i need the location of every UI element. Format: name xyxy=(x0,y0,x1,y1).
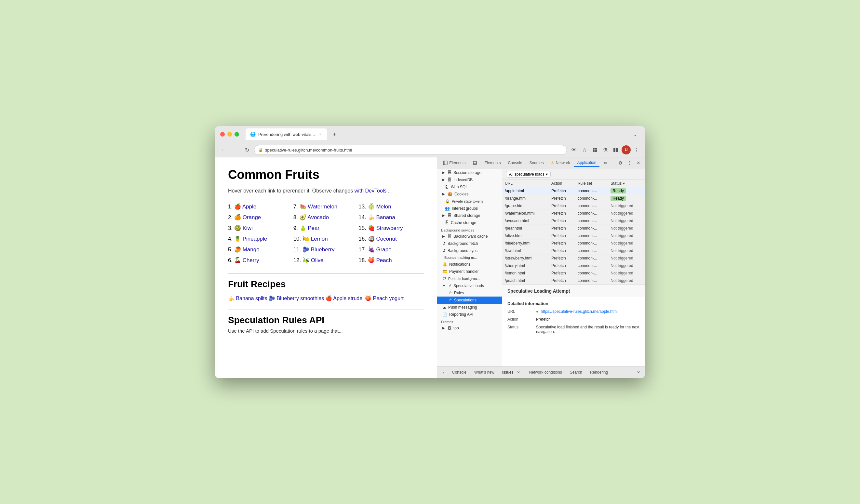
address-bar[interactable]: 🔒 speculative-rules.glitch.me/common-fru… xyxy=(254,145,567,155)
table-row[interactable]: /avocado.html Prefetch common-... Not tr… xyxy=(502,217,645,225)
fullscreen-traffic-light[interactable] xyxy=(234,132,239,136)
recipe-link-1[interactable]: 🫐 Blueberry smoothies xyxy=(269,296,324,301)
sidebar-item-speculative-loads-group[interactable]: ▼ ↱ Speculative loads xyxy=(437,282,502,289)
fruit-link-blueberry[interactable]: Blueberry xyxy=(311,246,335,253)
tab-elements-text[interactable]: Elements xyxy=(481,159,504,167)
bottom-tab-search[interactable]: Search xyxy=(567,369,586,376)
table-row[interactable]: /strawberry.html Prefetch common-... Not… xyxy=(502,254,645,262)
fruit-link-kiwi[interactable]: Kiwi xyxy=(243,225,253,231)
fruit-link-coconut[interactable]: Coconut xyxy=(376,236,397,242)
sidebar-item-websql[interactable]: 🗄 Web SQL xyxy=(437,183,502,190)
fruit-link-strawberry[interactable]: Strawberry xyxy=(376,225,403,231)
extensions-icon[interactable] xyxy=(590,145,600,155)
sidebar-item-reporting-api[interactable]: 📄 Reporting API xyxy=(437,311,502,318)
fruit-list-item: 16. 🥥 Coconut xyxy=(358,233,424,244)
issues-close-icon[interactable]: ✕ xyxy=(516,370,521,375)
bottom-tab-rendering[interactable]: Rendering xyxy=(587,369,611,376)
sidebar-item-session-storage[interactable]: ▶ 🗄 Session storage xyxy=(437,169,502,176)
tab-close-button[interactable]: × xyxy=(317,132,322,137)
table-row[interactable]: /peach.html Prefetch common-... Not trig… xyxy=(502,277,645,284)
sidebar-item-cache-storage[interactable]: 🗄 Cache storage xyxy=(437,219,502,226)
user-avatar[interactable]: U xyxy=(621,145,631,155)
fruit-link-olive[interactable]: Olive xyxy=(311,257,324,263)
sidebar-item-notifications[interactable]: 🔔 Notifications xyxy=(437,261,502,268)
bottom-tab-issues[interactable]: Issues ✕ xyxy=(499,369,525,376)
table-row[interactable]: /olive.html Prefetch common-... Not trig… xyxy=(502,232,645,239)
table-row[interactable]: /orange.html Prefetch common-... Ready xyxy=(502,195,645,202)
tab-expand-icon[interactable]: ⌄ xyxy=(631,130,640,139)
devtools-settings-icon[interactable]: ⚙ xyxy=(616,159,624,167)
cell-action: Prefetch xyxy=(549,225,575,232)
sidebar-item-periodic-bg[interactable]: ⏱ Periodic backgrou... xyxy=(437,275,502,282)
active-tab[interactable]: 🌐 Prerendering with web-vitals... × xyxy=(246,128,327,140)
tab-elements[interactable]: Elements xyxy=(440,159,469,167)
tab-device-mode[interactable] xyxy=(469,159,481,167)
sidebar-item-private-state[interactable]: 🔒 Private state tokens xyxy=(437,198,502,205)
devtools-link[interactable]: with DevTools xyxy=(355,188,387,193)
tab-sources[interactable]: Sources xyxy=(526,159,547,167)
table-row[interactable]: /apple.html Prefetch common-... Ready xyxy=(502,187,645,195)
bottom-tab-whats-new[interactable]: What's new xyxy=(471,369,498,376)
fruit-link-grape[interactable]: Grape xyxy=(376,246,391,253)
sidebar-item-bounce-tracking[interactable]: Bounce tracking m... xyxy=(437,254,502,261)
flask-icon[interactable]: ⚗ xyxy=(601,145,610,155)
sidebar-item-speculations[interactable]: ↱ Speculations xyxy=(437,297,502,304)
menu-icon[interactable]: ⋮ xyxy=(632,145,641,155)
tab-application[interactable]: Application xyxy=(574,159,600,167)
refresh-button[interactable]: ↻ xyxy=(242,145,252,155)
table-row[interactable]: /grape.html Prefetch common-... Not trig… xyxy=(502,202,645,210)
sidebar-item-interest-groups[interactable]: 👥 Interest groups xyxy=(437,205,502,212)
fruit-link-melon[interactable]: Melon xyxy=(376,204,391,210)
fruit-link-mango[interactable]: Mango xyxy=(243,246,260,253)
table-row[interactable]: /watermelon.html Prefetch common-... Not… xyxy=(502,210,645,217)
sidebar-item-bg-sync[interactable]: ↺ Background sync xyxy=(437,247,502,254)
fruit-link-pineapple[interactable]: Pineapple xyxy=(243,236,267,242)
sidebar-item-bg-fetch[interactable]: ↺ Background fetch xyxy=(437,240,502,247)
eye-off-icon[interactable]: 👁 xyxy=(570,145,579,155)
bookmark-icon[interactable]: ☆ xyxy=(580,145,589,155)
sidebar-item-top-frame[interactable]: ▶ 🖼 top xyxy=(437,325,502,332)
sidebar-item-push-messaging[interactable]: ☁ Push messaging xyxy=(437,304,502,311)
fruit-link-banana[interactable]: Banana xyxy=(376,214,395,220)
fruit-link-cherry[interactable]: Cherry xyxy=(243,257,259,263)
close-traffic-light[interactable] xyxy=(220,132,225,136)
sidebar-item-payment-handler[interactable]: 💳 Payment handler xyxy=(437,268,502,275)
recipe-link-3[interactable]: 🍑 Peach yogurt xyxy=(365,296,404,301)
table-row[interactable]: /blueberry.html Prefetch common-... Not … xyxy=(502,239,645,247)
sidebar-item-rules[interactable]: ↱ Rules xyxy=(437,289,502,297)
spec-loads-dropdown[interactable]: All speculative loads ▾ xyxy=(506,171,551,177)
sidebar-item-cookies[interactable]: ▶ 🍪 Cookies xyxy=(437,190,502,198)
fruit-link-pear[interactable]: Pear xyxy=(308,225,319,231)
sidebar-item-indexeddb[interactable]: ▶ 🗄 IndexedDB xyxy=(437,176,502,183)
split-screen-icon[interactable] xyxy=(611,145,620,155)
table-row[interactable]: /lemon.html Prefetch common-... Not trig… xyxy=(502,269,645,277)
sidebar-item-back-forward-cache[interactable]: ▶ 🗄 Back/forward cache xyxy=(437,233,502,240)
fruit-link-apple[interactable]: Apple xyxy=(242,204,256,210)
tab-network[interactable]: ⚠ Network xyxy=(547,159,573,167)
bottom-menu-icon[interactable]: ⋮ xyxy=(440,369,447,376)
devtools-close-icon[interactable]: ✕ xyxy=(635,159,642,167)
recipe-link-2[interactable]: 🍎 Apple strudel xyxy=(326,296,364,301)
fruit-link-watermelon[interactable]: Watermelon xyxy=(308,204,337,210)
table-row[interactable]: /pear.html Prefetch common-... Not trigg… xyxy=(502,225,645,232)
table-row[interactable]: /cherry.html Prefetch common-... Not tri… xyxy=(502,262,645,269)
table-row[interactable]: /kiwi.html Prefetch common-... Not trigg… xyxy=(502,247,645,254)
tab-more[interactable]: ≫ xyxy=(600,159,611,167)
fruit-link-avocado[interactable]: Avocado xyxy=(307,214,329,220)
webpage-content: Common Fruits Hover over each link to pr… xyxy=(215,157,437,378)
devtools-more-icon[interactable]: ⋮ xyxy=(626,159,633,167)
sidebar-item-shared-storage[interactable]: ▶ 🗄 Shared storage xyxy=(437,212,502,219)
minimize-traffic-light[interactable] xyxy=(227,132,232,136)
fruit-link-peach[interactable]: Peach xyxy=(376,257,392,263)
back-button[interactable]: ← xyxy=(219,145,228,155)
bottom-close-button[interactable]: ✕ xyxy=(635,369,642,376)
fruit-link-lemon[interactable]: Lemon xyxy=(311,236,328,242)
bottom-tab-console[interactable]: Console xyxy=(449,369,470,376)
new-tab-button[interactable]: + xyxy=(330,130,339,139)
tab-console[interactable]: Console xyxy=(504,159,525,167)
forward-button[interactable]: → xyxy=(231,145,240,155)
detail-url-link[interactable]: https://speculative-rules.glitch.me/appl… xyxy=(541,309,618,314)
bottom-tab-network-conditions[interactable]: Network conditions xyxy=(526,369,565,376)
fruit-link-orange[interactable]: Orange xyxy=(243,214,261,220)
recipe-link-0[interactable]: 🍌 Banana splits xyxy=(228,296,267,301)
